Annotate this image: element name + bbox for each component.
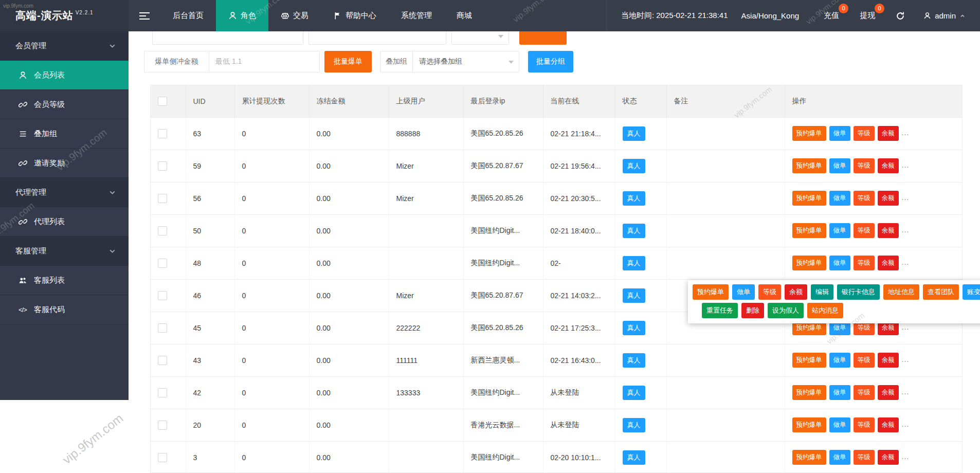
row-action-orange[interactable]: 预约爆单	[792, 417, 826, 432]
more-actions[interactable]: ...	[902, 420, 910, 428]
recharge-link[interactable]: 充值 0	[813, 0, 849, 31]
status-badge[interactable]: 真人	[623, 288, 645, 303]
row-action-blue[interactable]: 做单	[829, 417, 850, 432]
row-action-red[interactable]: 余额	[878, 417, 899, 432]
row-checkbox[interactable]	[158, 421, 167, 430]
more-actions[interactable]: ...	[902, 226, 910, 234]
sidebar-item-5[interactable]: 邀请奖励	[0, 149, 129, 178]
row-checkbox[interactable]	[158, 356, 167, 365]
status-badge[interactable]: 真人	[623, 418, 645, 432]
hidden-filter-select[interactable]	[451, 31, 509, 45]
popup-action-button[interactable]: 账变	[963, 284, 980, 300]
row-action-blue[interactable]: 做单	[829, 191, 850, 206]
row-checkbox[interactable]	[158, 259, 167, 268]
row-checkbox[interactable]	[158, 323, 167, 333]
hidden-search-button[interactable]	[519, 31, 567, 45]
stack-group-select[interactable]: 请选择叠加组	[412, 51, 519, 72]
sidebar-item-1[interactable]: 会员管理	[0, 31, 129, 61]
sidebar-item-2[interactable]: 会员列表	[0, 61, 129, 90]
row-action-orange2[interactable]: 等级	[854, 126, 875, 141]
popup-action-button[interactable]: 预约爆单	[693, 284, 729, 300]
more-actions[interactable]: ...	[902, 193, 910, 202]
popup-action-button[interactable]: 查看团队	[923, 284, 959, 300]
nav-item-4[interactable]: 帮助中心	[321, 0, 389, 31]
popup-action-button[interactable]: 余额	[785, 284, 807, 300]
row-action-red[interactable]: 余额	[878, 385, 899, 400]
row-checkbox[interactable]	[158, 226, 167, 235]
row-action-blue[interactable]: 做单	[829, 223, 850, 238]
more-actions[interactable]: ...	[902, 452, 910, 461]
row-action-orange2[interactable]: 等级	[854, 256, 875, 270]
status-badge[interactable]: 真人	[623, 159, 645, 173]
sidebar-item-9[interactable]: 客服列表	[0, 266, 129, 295]
row-action-red[interactable]: 余额	[878, 126, 899, 141]
row-action-orange[interactable]: 预约爆单	[792, 223, 826, 238]
hidden-filter-input-2[interactable]	[308, 31, 446, 45]
popup-action-button[interactable]: 站内消息	[807, 303, 843, 318]
popup-action-button[interactable]: 地址信息	[883, 284, 919, 300]
row-action-orange2[interactable]: 等级	[854, 223, 875, 238]
more-actions[interactable]: ...	[902, 388, 910, 396]
burst-amount-input[interactable]: 最低 1.1	[209, 51, 320, 72]
status-badge[interactable]: 真人	[623, 386, 645, 400]
row-action-orange2[interactable]: 等级	[854, 158, 875, 173]
select-all-checkbox[interactable]	[158, 97, 167, 106]
hidden-filter-input-1[interactable]	[152, 31, 303, 45]
row-action-blue[interactable]: 做单	[829, 158, 850, 173]
row-action-orange2[interactable]: 等级	[854, 191, 875, 206]
more-actions[interactable]: ...	[902, 258, 910, 266]
sidebar-item-8[interactable]: 客服管理	[0, 236, 129, 266]
row-action-orange[interactable]: 预约爆单	[792, 385, 826, 400]
row-action-blue[interactable]: 做单	[829, 353, 850, 368]
nav-item-2[interactable]: 角色	[216, 0, 268, 31]
status-badge[interactable]: 真人	[623, 321, 645, 335]
batch-group-button[interactable]: 批量分组	[528, 51, 573, 72]
sidebar-item-7[interactable]: 代理列表	[0, 207, 129, 236]
status-badge[interactable]: 真人	[623, 191, 645, 206]
row-action-red[interactable]: 余额	[878, 353, 899, 368]
nav-item-5[interactable]: 系统管理	[389, 0, 444, 31]
row-action-red[interactable]: 余额	[878, 158, 899, 173]
status-badge[interactable]: 真人	[623, 256, 645, 270]
popup-action-button[interactable]: 等级	[758, 284, 781, 300]
status-badge[interactable]: 真人	[623, 353, 645, 368]
popup-action-button[interactable]: 重置任务	[702, 303, 738, 318]
popup-action-button[interactable]: 银行卡信息	[837, 284, 880, 300]
row-action-orange[interactable]: 预约爆单	[792, 158, 826, 173]
status-badge[interactable]: 真人	[623, 450, 645, 465]
admin-menu[interactable]: admin	[915, 0, 980, 31]
sidebar-item-6[interactable]: 代理管理	[0, 178, 129, 207]
row-action-orange[interactable]: 预约爆单	[792, 353, 826, 368]
popup-action-button[interactable]: 设为假人	[768, 303, 804, 318]
sidebar-item-10[interactable]: </>客服代码	[0, 295, 129, 324]
row-checkbox[interactable]	[158, 453, 167, 462]
nav-item-6[interactable]: 商城	[444, 0, 484, 31]
row-checkbox[interactable]	[158, 194, 167, 203]
row-action-orange[interactable]: 预约爆单	[792, 191, 826, 206]
sidebar-item-3[interactable]: 会员等级	[0, 90, 129, 119]
sidebar-item-4[interactable]: 叠加组	[0, 119, 129, 149]
row-action-orange[interactable]: 预约爆单	[792, 256, 826, 270]
row-action-orange[interactable]: 预约爆单	[792, 126, 826, 141]
status-badge[interactable]: 真人	[623, 126, 645, 141]
refresh-icon[interactable]	[885, 0, 915, 31]
menu-toggle-icon[interactable]	[129, 0, 160, 31]
row-checkbox[interactable]	[158, 388, 167, 397]
popup-action-button[interactable]: 删除	[741, 303, 764, 318]
row-action-orange2[interactable]: 等级	[854, 450, 875, 465]
popup-action-button[interactable]: 做单	[732, 284, 755, 300]
row-action-blue[interactable]: 做单	[829, 126, 850, 141]
row-checkbox[interactable]	[158, 129, 167, 138]
more-actions[interactable]: ...	[902, 129, 910, 137]
row-action-red[interactable]: 余额	[878, 223, 899, 238]
row-action-orange2[interactable]: 等级	[854, 385, 875, 400]
row-checkbox[interactable]	[158, 161, 167, 171]
more-actions[interactable]: ...	[902, 323, 910, 331]
row-checkbox[interactable]	[158, 291, 167, 300]
row-action-blue[interactable]: 做单	[829, 450, 850, 465]
status-badge[interactable]: 真人	[623, 224, 645, 238]
row-action-blue[interactable]: 做单	[829, 256, 850, 270]
row-action-red[interactable]: 余额	[878, 450, 899, 465]
nav-item-1[interactable]: 后台首页	[160, 0, 216, 31]
batch-burst-button[interactable]: 批量爆单	[324, 51, 372, 72]
